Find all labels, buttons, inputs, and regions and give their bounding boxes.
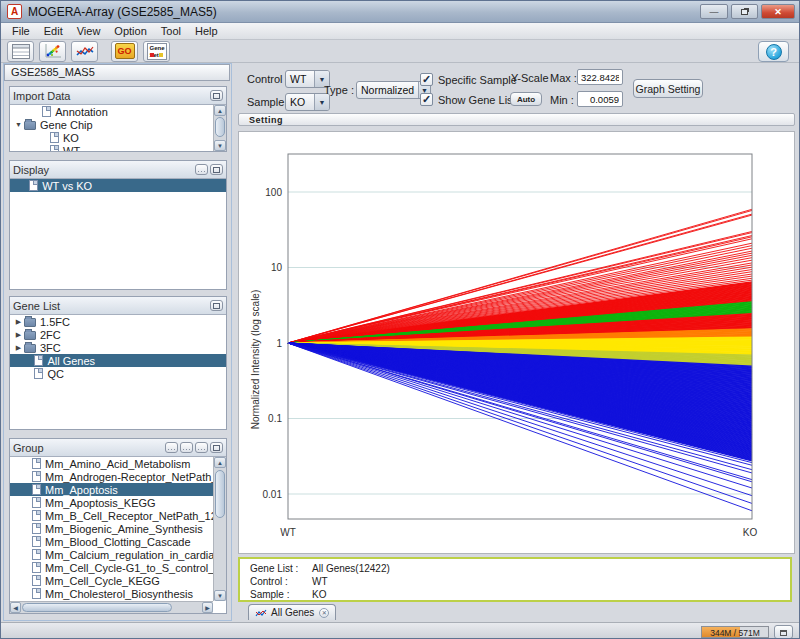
info-row: Gene List : All Genes(12422) — [250, 562, 790, 575]
gene-list-collapse-button[interactable] — [210, 300, 223, 311]
garbage-collect-button[interactable] — [774, 625, 793, 639]
group-item-mm-cholesterol-biosynthesis[interactable]: Mm_Cholesterol_Biosynthesis — [10, 587, 226, 600]
table-view-button[interactable] — [7, 41, 34, 62]
menu-item-tool[interactable]: Tool — [154, 24, 188, 38]
group-toolbar-button-3[interactable] — [195, 442, 208, 453]
tab-label: All Genes — [271, 607, 314, 618]
tree-item-label: All Genes — [47, 355, 95, 367]
scroll-down-icon[interactable]: ▼ — [214, 590, 226, 601]
gene-set-button[interactable]: GeneSet — [143, 41, 170, 62]
line-graph-icon — [76, 43, 94, 59]
display-collapse-button[interactable] — [210, 164, 223, 175]
group-collapse-button[interactable] — [210, 442, 223, 453]
help-button[interactable]: ? — [758, 41, 789, 62]
tree-expanded-icon[interactable]: ▼ — [13, 121, 24, 128]
tree-item-wt-vs-ko[interactable]: WT vs KO — [10, 179, 226, 192]
yscale-max-input[interactable] — [577, 69, 623, 85]
display-toolbar-button[interactable] — [195, 164, 208, 175]
file-icon — [50, 132, 59, 143]
group-vscrollbar[interactable]: ▲ ▼ — [213, 457, 226, 601]
tab-all-genes[interactable]: All Genes ✕ — [248, 604, 336, 620]
scroll-down-icon[interactable]: ▼ — [214, 140, 226, 151]
tree-item-label: WT vs KO — [42, 180, 92, 192]
group-toolbar-button-1[interactable] — [165, 442, 178, 453]
tree-item-annotation[interactable]: Annotation — [10, 105, 226, 118]
app-icon: A — [7, 4, 22, 19]
tree-item-ko[interactable]: KO — [10, 131, 226, 144]
menu-item-file[interactable]: File — [5, 24, 37, 38]
tree-item-1-5fc[interactable]: ▶1.5FC — [10, 315, 226, 328]
restore-button[interactable] — [731, 4, 758, 19]
yscale-min-input[interactable] — [577, 91, 623, 107]
tree-item-gene-chip[interactable]: ▼Gene Chip — [10, 118, 226, 131]
menu-item-edit[interactable]: Edit — [37, 24, 70, 38]
menu-bar: FileEditViewOptionToolHelp — [1, 23, 800, 40]
scroll-up-icon[interactable]: ▲ — [214, 457, 226, 468]
group-hscrollbar[interactable]: ◀ ▶ — [10, 601, 213, 613]
menu-item-option[interactable]: Option — [107, 24, 153, 38]
import-data-header: Import Data — [10, 87, 226, 105]
tree-item-wt[interactable]: WT — [10, 144, 226, 151]
tree-collapsed-icon[interactable]: ▶ — [13, 331, 24, 339]
sidebar: GSE2585_MAS5 Import Data ▲ ▼ Annotation▼… — [3, 63, 232, 621]
group-item-mm-apoptosis-kegg[interactable]: Mm_Apoptosis_KEGG — [10, 496, 226, 509]
import-data-collapse-button[interactable] — [210, 90, 223, 101]
tree-item-2fc[interactable]: ▶2FC — [10, 328, 226, 341]
tree-item-label: 3FC — [40, 342, 61, 354]
scroll-right-icon[interactable]: ▶ — [202, 602, 213, 613]
info-control-label: Control : — [250, 576, 312, 587]
group-item-mm-androgen-receptor-netpath-2[interactable]: Mm_Androgen-Receptor_NetPath_2 — [10, 470, 226, 483]
menu-item-view[interactable]: View — [70, 24, 108, 38]
file-icon — [34, 368, 43, 379]
minimize-button[interactable]: — — [700, 4, 728, 19]
menu-item-help[interactable]: Help — [188, 24, 225, 38]
info-row: Sample : KO — [250, 588, 790, 601]
group-item-mm-amino-acid-metabolism[interactable]: Mm_Amino_Acid_Metabolism — [10, 457, 226, 470]
control-label: Control : — [247, 73, 289, 85]
group-header: Group — [10, 439, 226, 457]
setting-section-bar[interactable]: Setting — [238, 113, 795, 126]
gene-list-header: Gene List — [10, 297, 226, 315]
graph-setting-button[interactable]: Graph Setting — [633, 79, 703, 98]
chart-svg: 1001010.10.01WTKO — [239, 132, 796, 555]
group-item-mm-b-cell-receptor-netpath-12[interactable]: Mm_B_Cell_Receptor_NetPath_12 — [10, 509, 226, 522]
y-tick-label: 0.1 — [268, 413, 282, 424]
tree-collapsed-icon[interactable]: ▶ — [13, 318, 24, 326]
go-analysis-button[interactable]: GO — [111, 41, 138, 62]
dataset-tab[interactable]: GSE2585_MAS5 — [4, 64, 230, 81]
tree-item-qc[interactable]: QC — [10, 367, 226, 380]
show-gene-list-info-checkbox[interactable]: ✓ — [420, 93, 433, 106]
bottom-tab-bar: All Genes ✕ — [234, 603, 799, 621]
scroll-thumb[interactable] — [215, 117, 225, 137]
group-item-mm-cell-cycle-g1-to-s-control-reactome[interactable]: Mm_Cell_Cycle-G1_to_S_control_Reactome — [10, 561, 226, 574]
scroll-thumb[interactable] — [215, 470, 225, 518]
specific-sample-checkbox[interactable]: ✓ — [420, 73, 433, 86]
y-tick-label: 10 — [271, 262, 283, 273]
group-item-mm-blood-clotting-cascade[interactable]: Mm_Blood_Clotting_Cascade — [10, 535, 226, 548]
auto-button[interactable]: Auto — [510, 92, 542, 106]
tree-item-label: WT — [63, 145, 80, 152]
display-panel: Display WT vs KO — [9, 160, 227, 290]
group-item-label: Mm_Amino_Acid_Metabolism — [45, 458, 191, 470]
group-item-label: Mm_Apoptosis — [45, 484, 118, 496]
scroll-left-icon[interactable]: ◀ — [10, 602, 21, 613]
line-graph-button[interactable] — [71, 41, 98, 62]
group-item-mm-calcium-regulation-in-cardiac-cells[interactable]: Mm_Calcium_regulation_in_cardiac_cells — [10, 548, 226, 561]
scroll-thumb[interactable] — [22, 603, 172, 612]
group-item-mm-apoptosis[interactable]: Mm_Apoptosis — [10, 483, 226, 496]
tree-item-all-genes[interactable]: All Genes — [10, 354, 226, 367]
group-toolbar-button-2[interactable] — [180, 442, 193, 453]
scatter-plot-button[interactable] — [39, 41, 66, 62]
tab-close-icon[interactable]: ✕ — [319, 608, 329, 618]
file-icon — [32, 484, 41, 495]
group-item-mm-cell-cycle-kegg[interactable]: Mm_Cell_Cycle_KEGG — [10, 574, 226, 587]
import-data-vscrollbar[interactable]: ▲ ▼ — [213, 105, 226, 151]
gene-list-info-box: Gene List : All Genes(12422) Control : W… — [238, 557, 792, 602]
scroll-up-icon[interactable]: ▲ — [214, 105, 226, 116]
tree-collapsed-icon[interactable]: ▶ — [13, 344, 24, 352]
file-icon — [32, 523, 41, 534]
tree-item-3fc[interactable]: ▶3FC — [10, 341, 226, 354]
group-item-mm-biogenic-amine-synthesis[interactable]: Mm_Biogenic_Amine_Synthesis — [10, 522, 226, 535]
memory-gauge[interactable]: 344M / 571M — [701, 626, 769, 638]
close-button[interactable]: ✕ — [761, 4, 795, 19]
